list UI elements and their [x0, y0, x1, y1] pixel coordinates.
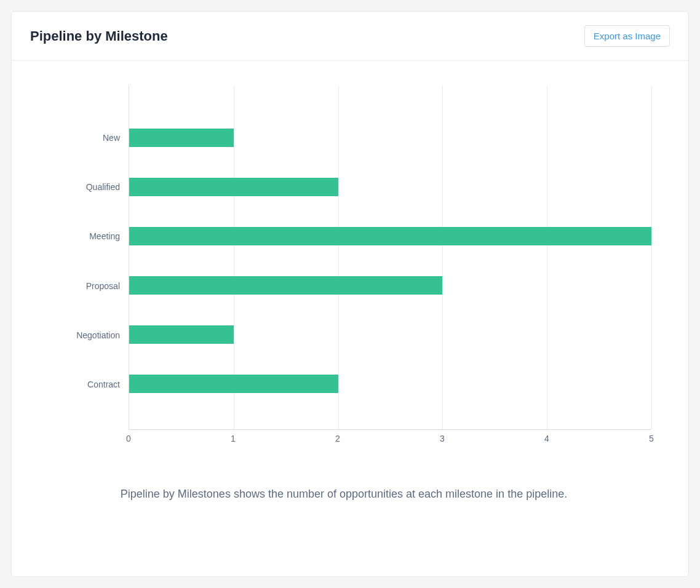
- card-body: NewQualifiedMeetingProposalNegotiationCo…: [12, 61, 688, 576]
- gridline: [651, 85, 652, 429]
- chart-bar: [129, 178, 338, 196]
- gridline: [442, 85, 443, 429]
- card-title: Pipeline by Milestone: [30, 28, 168, 44]
- y-axis-label: Contract: [87, 379, 120, 389]
- chart-bar: [129, 129, 234, 147]
- y-axis-labels: NewQualifiedMeetingProposalNegotiationCo…: [36, 85, 129, 430]
- y-axis-label: Meeting: [89, 231, 120, 241]
- x-axis-tick: 1: [231, 434, 236, 443]
- gridline: [338, 85, 339, 429]
- y-axis-label: Negotiation: [76, 330, 120, 340]
- x-axis-tick: 5: [649, 434, 654, 443]
- chart-bar: [129, 227, 651, 245]
- chart-bar: [129, 276, 442, 295]
- chart-bar: [129, 375, 338, 393]
- export-as-image-button[interactable]: Export as Image: [584, 25, 670, 47]
- card-header: Pipeline by Milestone Export as Image: [12, 12, 688, 61]
- chart-plot: [129, 85, 651, 430]
- y-axis-label: Qualified: [86, 182, 120, 192]
- x-axis-tick: 2: [335, 434, 340, 443]
- gridline: [547, 85, 547, 429]
- pipeline-card: Pipeline by Milestone Export as Image Ne…: [11, 11, 689, 577]
- x-axis: 012345: [129, 430, 651, 445]
- chart-caption: Pipeline by Milestones shows the number …: [36, 488, 651, 501]
- x-axis-tick: 0: [126, 434, 131, 443]
- y-axis-label: New: [103, 133, 120, 143]
- chart-area: NewQualifiedMeetingProposalNegotiationCo…: [36, 85, 651, 430]
- y-axis-label: Proposal: [86, 281, 120, 291]
- x-axis-tick: 4: [544, 434, 549, 443]
- x-axis-tick: 3: [440, 434, 445, 443]
- chart-bar: [129, 325, 234, 344]
